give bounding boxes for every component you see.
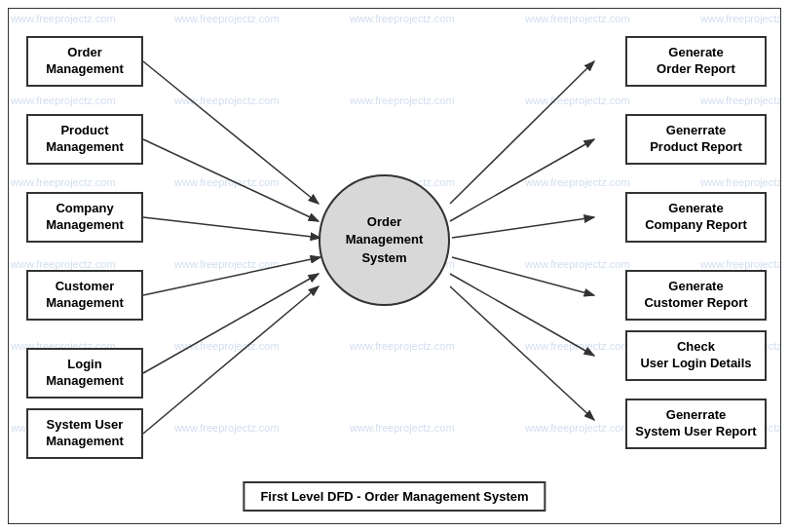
diagram-area: www.freeprojectz.com www.freeprojectz.co… [8, 8, 781, 524]
svg-line-9 [452, 217, 594, 238]
svg-line-4 [143, 257, 320, 295]
svg-line-11 [450, 274, 594, 356]
svg-line-6 [143, 286, 319, 434]
company-management-box: CompanyManagement [26, 192, 143, 243]
watermark: www.freeprojectz.com [11, 95, 116, 106]
watermark: www.freeprojectz.com [525, 422, 630, 434]
svg-line-12 [450, 286, 594, 420]
check-login-box: CheckUser Login Details [625, 330, 767, 381]
generate-company-report-box: GenerateCompany Report [625, 192, 767, 243]
center-circle: OrderManagementSystem [319, 174, 450, 306]
watermark: www.freeprojectz.com [174, 258, 280, 270]
customer-management-box: CustomerManagement [26, 270, 143, 321]
watermark: www.freeprojectz.com [350, 95, 455, 106]
watermark: www.freeprojectz.com [174, 95, 280, 106]
order-management-box: Order Management [26, 36, 143, 87]
watermark: www.freeprojectz.com [700, 258, 780, 270]
watermark: www.freeprojectz.com [174, 13, 280, 24]
footer-label: First Level DFD - Order Management Syste… [243, 481, 545, 512]
generate-system-user-report-box: GenerrateSystem User Report [625, 399, 767, 449]
watermark: www.freeprojectz.com [11, 13, 116, 24]
product-management-box: ProductManagement [26, 114, 143, 165]
svg-line-10 [452, 257, 594, 295]
svg-line-7 [450, 61, 594, 204]
svg-line-5 [143, 274, 319, 373]
system-user-management-box: System UserManagement [26, 408, 143, 459]
watermark: www.freeprojectz.com [174, 176, 280, 188]
watermark: www.freeprojectz.com [525, 176, 630, 188]
generate-product-report-box: GenerrateProduct Report [625, 114, 767, 165]
watermark: www.freeprojectz.com [525, 95, 630, 106]
watermark: www.freeprojectz.com [11, 176, 116, 188]
svg-line-2 [143, 139, 319, 221]
watermark: www.freeprojectz.com [174, 340, 280, 352]
watermark: www.freeprojectz.com [525, 13, 630, 24]
watermark: www.freeprojectz.com [350, 422, 455, 434]
generate-order-report-box: GenerateOrder Report [625, 36, 767, 87]
watermark: www.freeprojectz.com [174, 422, 280, 434]
watermark: www.freeprojectz.com [11, 258, 116, 270]
generate-customer-report-box: GenerateCustomer Report [625, 270, 767, 321]
watermark: www.freeprojectz.com [525, 258, 630, 270]
watermark: www.freeprojectz.com [700, 13, 780, 24]
watermark: www.freeprojectz.com [700, 176, 780, 188]
svg-line-1 [143, 61, 319, 204]
watermark: www.freeprojectz.com [700, 95, 780, 106]
watermark: www.freeprojectz.com [350, 340, 455, 352]
svg-line-3 [143, 217, 320, 238]
watermark: www.freeprojectz.com [350, 13, 455, 24]
watermark: www.freeprojectz.com [525, 340, 630, 352]
login-management-box: LoginManagement [26, 348, 143, 399]
svg-line-8 [450, 139, 594, 221]
